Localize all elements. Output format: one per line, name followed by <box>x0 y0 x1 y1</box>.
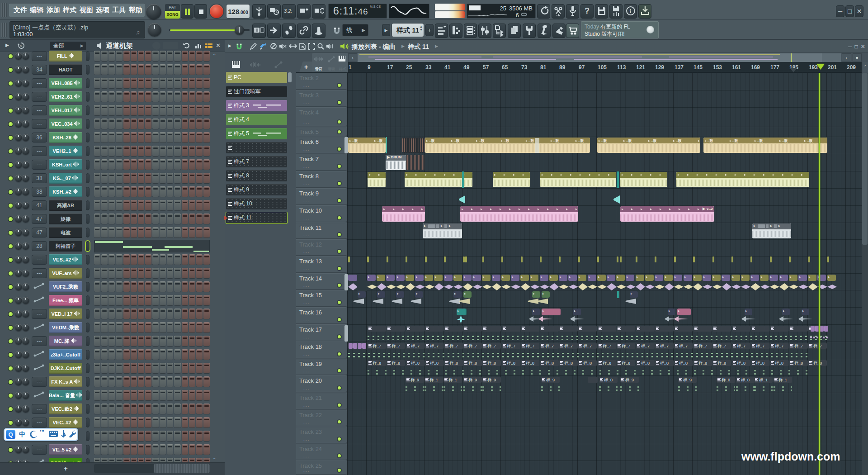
svg-text:5: 5 <box>20 44 22 48</box>
svg-text:i: i <box>629 8 631 14</box>
svg-text:?: ? <box>585 6 590 15</box>
svg-text:3.2:: 3.2: <box>284 8 292 14</box>
